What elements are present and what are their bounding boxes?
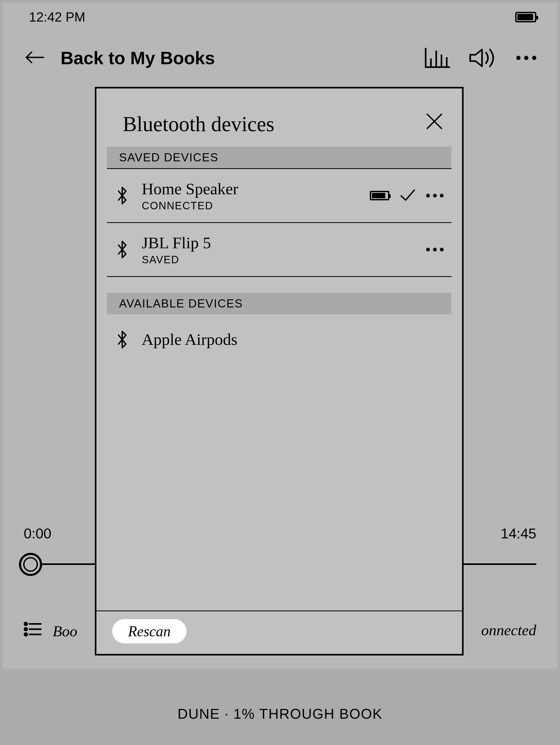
device-text: JBL Flip 5 SAVED [142,233,413,266]
device-right [426,248,446,251]
device-name: JBL Flip 5 [142,233,413,252]
bluetooth-icon [116,186,128,205]
device-battery-icon [370,191,389,200]
connection-fragment: onnected [481,621,536,639]
saved-device-row[interactable]: Home Speaker CONNECTED [107,168,452,223]
chapter-list-icon[interactable] [24,621,42,641]
page-header: Back to My Books [3,41,557,75]
modal-header: Bluetooth devices [96,89,462,147]
back-title[interactable]: Back to My Books [61,47,408,68]
chapter-label-fragment: Boo [53,622,77,640]
clock: 12:42 PM [29,9,85,25]
svg-point-8 [25,623,27,625]
remaining-time: 14:45 [501,525,536,542]
modal-body: SAVED DEVICES Home Speaker CONNECTED [96,147,462,611]
modal-title: Bluetooth devices [123,112,274,136]
elapsed-time: 0:00 [24,525,51,542]
device-right [370,189,446,203]
close-icon[interactable] [425,112,443,132]
progress-slider-knob[interactable] [19,553,42,576]
stats-icon[interactable] [424,47,450,68]
rescan-button[interactable]: Rescan [112,619,186,643]
back-arrow-icon[interactable] [24,50,45,66]
available-device-row[interactable]: Apple Airpods [96,314,462,359]
connected-check-icon [400,189,416,203]
bluetooth-icon [116,330,128,349]
device-status: SAVED [142,254,413,266]
book-progress-label: DUNE · 1% THROUGH BOOK [178,706,382,722]
more-icon[interactable] [516,56,536,60]
saved-devices-header: SAVED DEVICES [107,147,452,168]
device-more-icon[interactable] [426,194,443,197]
device-text: Home Speaker CONNECTED [142,180,356,212]
device-name: Apple Airpods [142,330,237,349]
svg-point-12 [25,633,27,636]
svg-point-10 [25,628,27,630]
saved-devices-list: Home Speaker CONNECTED [107,168,452,277]
speaker-icon[interactable] [469,47,498,68]
header-actions [424,47,536,68]
device-status: CONNECTED [142,200,356,212]
svg-marker-7 [470,50,482,66]
bluetooth-modal: Bluetooth devices SAVED DEVICES [95,87,464,655]
device-name: Home Speaker [142,180,356,198]
available-devices-header: AVAILABLE DEVICES [107,293,452,314]
saved-device-row[interactable]: JBL Flip 5 SAVED [107,223,452,277]
modal-footer: Rescan [96,611,462,654]
screen-panel: 12:42 PM Back to My Books [3,3,557,669]
bluetooth-icon [116,240,128,259]
status-bar: 12:42 PM [3,5,557,29]
device-more-icon[interactable] [426,248,443,251]
battery-icon [515,12,536,22]
